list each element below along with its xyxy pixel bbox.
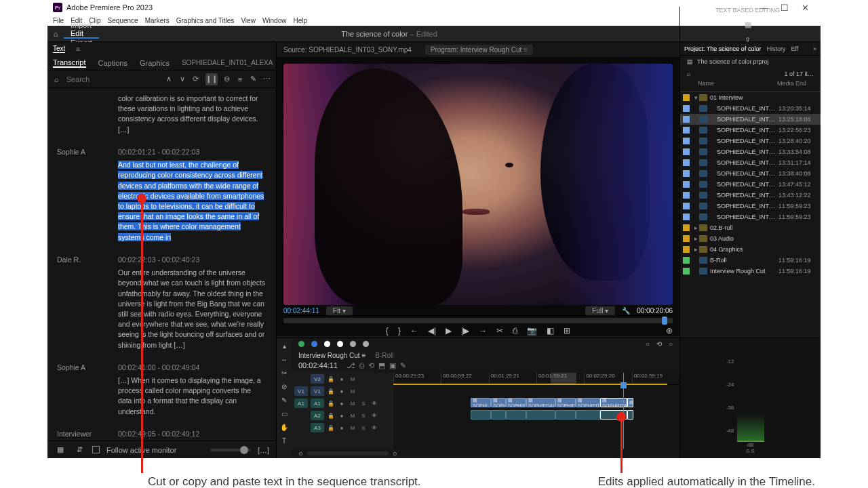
timecode-range[interactable]: 00:02:41:00 - 00:02:49:04 xyxy=(118,363,267,373)
tl-tool[interactable]: ▴ xyxy=(279,342,289,352)
project-item[interactable]: SOPHIEDALE_INT01_S13:22:56:23 xyxy=(680,125,821,136)
playback-btn-0[interactable]: { xyxy=(386,326,389,336)
project-list[interactable]: ▾01 InterviewSOPHIEDALE_INT01_A13:20:35:… xyxy=(680,92,821,338)
next-match-icon[interactable]: ∨ xyxy=(178,73,186,85)
marker-color-swatch[interactable] xyxy=(298,341,304,347)
project-item[interactable]: SOPHIEDALE_INT03_S13:43:12:22 xyxy=(680,190,821,201)
project-item[interactable]: SOPHIEDALE_INT03_IP11:59:59:23 xyxy=(680,211,821,222)
menu-help[interactable]: Help xyxy=(293,17,307,24)
project-item[interactable]: Interview Rough Cut11:59:16:19 xyxy=(680,266,821,277)
track-header-A2[interactable]: A2🔒●MS👁 xyxy=(292,409,393,422)
resolution-select[interactable]: Full ▾ xyxy=(585,306,615,315)
footer-icon-1[interactable]: ▦ xyxy=(54,444,66,456)
project-item[interactable]: SOPHIEDALE_INT03_A13:38:40:08 xyxy=(680,168,821,179)
tab-text[interactable]: Text xyxy=(53,45,65,53)
project-item[interactable]: ▸04 Graphics xyxy=(680,244,821,255)
playback-btn-6[interactable]: → xyxy=(479,326,487,336)
merge-icon[interactable]: ≡ xyxy=(236,73,244,85)
menu-sequence[interactable]: Sequence xyxy=(108,17,138,24)
marker-color-swatch[interactable] xyxy=(350,341,356,347)
panel-expand-icon[interactable]: » xyxy=(813,45,816,52)
assembly-icon[interactable]: ▦ xyxy=(745,20,751,29)
transcript-text[interactable]: […] When it comes to displaying the imag… xyxy=(118,376,261,415)
menu-markers[interactable]: Markers xyxy=(145,17,170,24)
project-item[interactable]: B-Roll11:59:16:19 xyxy=(680,255,821,266)
refresh-icon[interactable]: ⟳ xyxy=(192,73,200,85)
clip[interactable] xyxy=(471,410,491,420)
track-area[interactable]: 00:00:29:2300:00:59:2200:01:29:2100:01:5… xyxy=(393,373,679,449)
clip[interactable]: ▤ SOPHIEDA xyxy=(491,398,505,407)
sequence-tab-alt[interactable]: B-Roll xyxy=(375,352,393,359)
tl-control-icon[interactable]: ⎙ xyxy=(359,361,364,369)
text-based-editing-label[interactable]: TEXT BASED EDITING xyxy=(715,7,780,14)
clip[interactable] xyxy=(491,410,505,420)
timecode-range[interactable]: 00:02:22:03 - 00:02:40:23 xyxy=(118,255,267,265)
footer-icon-2[interactable]: ⇵ xyxy=(73,444,85,456)
project-item[interactable]: SOPHIEDALE_INT01_C13:25:18:08 xyxy=(680,114,821,125)
tl-tool[interactable]: ✎ xyxy=(279,396,289,406)
subtab-graphics[interactable]: Graphics xyxy=(140,59,170,67)
menu-graphics-and-titles[interactable]: Graphics and Titles xyxy=(176,17,235,24)
transcript-text[interactable]: color calibration is so important to cor… xyxy=(118,94,258,134)
tl-control-icon[interactable]: ⟲ xyxy=(368,361,374,369)
footer-ellipsis-button[interactable]: […] xyxy=(258,446,269,454)
edit-icon[interactable]: ✎ xyxy=(250,73,258,85)
home-icon[interactable]: ⌂ xyxy=(47,30,64,38)
tl-control-icon[interactable]: ⎇ xyxy=(347,361,355,369)
selection-range[interactable] xyxy=(551,373,576,385)
zoom-slider[interactable] xyxy=(307,451,389,455)
workspace-import[interactable]: Import xyxy=(64,21,99,29)
project-item[interactable]: SOPHIEDALE_INT02_A13:28:40:20 xyxy=(680,136,821,146)
track-header-A1[interactable]: A1A1🔒●MS👁 xyxy=(292,397,393,409)
clip[interactable] xyxy=(555,410,576,420)
workspace-edit[interactable]: Edit xyxy=(64,29,99,39)
panel-menu-icon[interactable]: ≡ xyxy=(76,45,80,53)
clip[interactable] xyxy=(526,410,555,420)
clip[interactable]: ▤ SOPHI xyxy=(471,398,491,407)
follow-monitor-checkbox[interactable] xyxy=(92,446,100,453)
track-header-V1[interactable]: V1V1🔒●M xyxy=(292,385,393,397)
tl-tool[interactable]: ✂ xyxy=(279,369,289,379)
project-item[interactable]: SOPHIEDALE_INT01_A13:20:35:14 xyxy=(680,103,821,114)
project-item[interactable]: ▾01 Interview xyxy=(680,92,821,103)
speaker-icon[interactable]: ⊖ xyxy=(223,73,231,85)
wrench-icon[interactable]: 🔧 xyxy=(622,307,630,314)
project-item[interactable]: SOPHIEDALE_INT03_C13:47:45:12 xyxy=(680,179,821,190)
subtab-captions[interactable]: Captions xyxy=(98,59,127,67)
sequence-tab[interactable]: Interview Rough Cut ≡ xyxy=(298,352,366,359)
track-header-A3[interactable]: A3🔒●MS👁 xyxy=(292,422,393,434)
playback-btn-9[interactable]: 📷 xyxy=(527,326,537,336)
playback-btn-11[interactable]: ⊞ xyxy=(564,326,570,336)
marker-color-swatch[interactable] xyxy=(363,341,369,347)
tl-toolbar-icon[interactable]: ⟲ xyxy=(656,340,662,348)
search-input[interactable] xyxy=(66,75,160,83)
playback-btn-4[interactable]: ▶ xyxy=(446,326,452,336)
playback-btn-5[interactable]: |▶ xyxy=(461,326,469,336)
zoom-fit-select[interactable]: Fit ▾ xyxy=(326,306,353,315)
playhead[interactable] xyxy=(623,373,624,449)
menu-view[interactable]: View xyxy=(241,17,256,24)
zoom-out-icon[interactable]: ○ xyxy=(298,449,303,458)
marker-color-swatch[interactable] xyxy=(337,341,343,347)
program-monitor-label[interactable]: Program: Interview Rough Cut ≡ xyxy=(425,45,533,55)
tl-tool[interactable]: ✋ xyxy=(279,424,289,433)
pause-filter-icon[interactable]: ❙❙ xyxy=(205,73,218,85)
program-monitor[interactable]: 00:02:44:11 Fit ▾ Full ▾ 🔧 00:00:20:06 {… xyxy=(277,57,679,336)
playback-btn-8[interactable]: ⎙ xyxy=(513,326,517,336)
clip[interactable]: ▤ SOPHIEDA xyxy=(555,398,576,407)
marker-color-swatch[interactable] xyxy=(311,341,317,347)
tl-control-icon[interactable]: ⬒ xyxy=(378,361,385,369)
timecode-range[interactable]: 00:02:49:05 - 00:02:49:12 xyxy=(118,429,267,439)
clip[interactable] xyxy=(576,410,600,420)
transcript-slider[interactable] xyxy=(210,449,251,451)
clip[interactable]: ▤ SOPHIEDAL xyxy=(526,398,555,407)
project-item[interactable]: SOPHIEDALE_INT02_S13:31:17:14 xyxy=(680,157,821,168)
playback-btn-7[interactable]: ✂ xyxy=(496,326,503,336)
tl-toolbar-icon[interactable]: ○ xyxy=(669,340,673,348)
tl-control-icon[interactable]: ▣ xyxy=(389,361,396,369)
project-item[interactable]: ▸03 Audio xyxy=(680,233,821,244)
tl-control-icon[interactable]: ✎ xyxy=(400,361,406,369)
clip[interactable]: ▤ xyxy=(627,398,633,407)
clip[interactable]: ▤ SOPHIE xyxy=(506,398,526,407)
monitor-scrubber[interactable] xyxy=(283,318,673,323)
